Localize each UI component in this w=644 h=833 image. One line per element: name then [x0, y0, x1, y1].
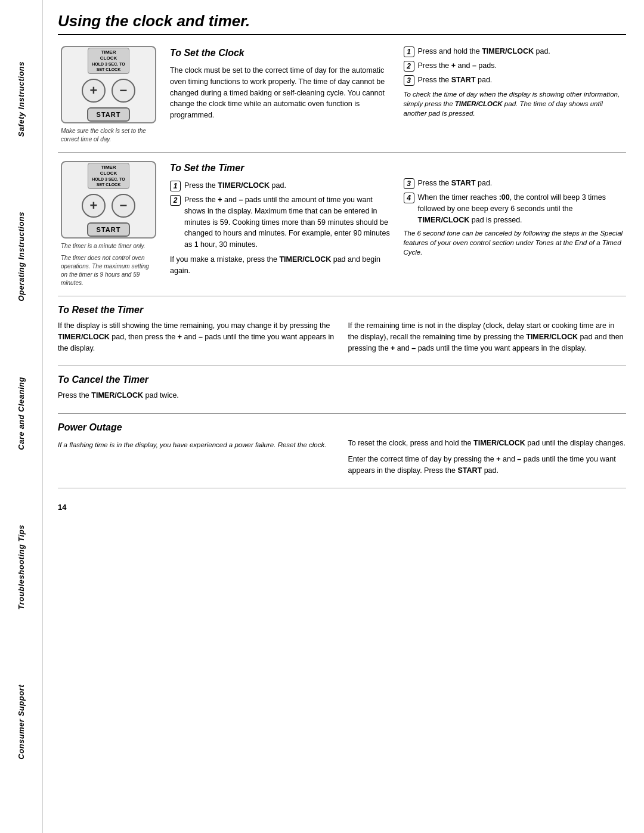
start-button-2[interactable]: START — [87, 222, 131, 237]
page-number: 14 — [58, 503, 626, 512]
section-reset-timer: To Reset the Timer If the display is sti… — [58, 305, 626, 366]
set-clock-content: TIMER CLOCK HOLD 3 SEC. TO SET CLOCK + −… — [58, 46, 626, 144]
set-timer-steps-right: 3 Press the START pad. 4 When the timer … — [404, 178, 627, 225]
cancel-timer-content: Press the TIMER/CLOCK pad twice. — [58, 390, 626, 405]
sidebar-label-care: Care and Cleaning — [17, 377, 26, 450]
start-button[interactable]: START — [87, 107, 131, 122]
timer-step-text-2: Press the + and – pads until the amount … — [184, 194, 393, 250]
set-clock-description: To Set the Clock The clock must be set t… — [170, 46, 393, 144]
section-set-timer: TIMER CLOCK HOLD 3 SEC. TO SET CLOCK + −… — [58, 161, 626, 296]
power-outage-left-text: If a flashing time is in the display, yo… — [58, 440, 336, 450]
hold-label-2: HOLD 3 SEC. TO — [92, 176, 125, 182]
minus-button-2[interactable]: − — [112, 194, 135, 218]
set-clock-body: The clock must be set to the correct tim… — [170, 65, 393, 121]
timer-clock-button-illustration-2: TIMER CLOCK HOLD 3 SEC. TO SET CLOCK — [88, 163, 129, 190]
plus-button-2[interactable]: + — [82, 194, 106, 218]
clock-label: CLOCK — [92, 55, 125, 61]
step-text-1: Press and hold the TIMER/CLOCK pad. — [418, 46, 550, 57]
timer-clock-button-illustration: TIMER CLOCK HOLD 3 SEC. TO SET CLOCK — [88, 48, 129, 75]
sidebar: Safety Instructions Operating Instructio… — [0, 0, 43, 833]
timer-caption-1: The timer is a minute timer only. — [61, 242, 156, 250]
timer-step-num-2: 2 — [170, 195, 181, 206]
plus-button[interactable]: + — [82, 79, 106, 103]
timer-mistake-note: If you make a mistake, press the TIMER/C… — [170, 254, 393, 277]
cancel-timer-body: Press the TIMER/CLOCK pad twice. — [58, 390, 626, 405]
power-outage-content: If a flashing time is in the display, yo… — [58, 438, 626, 479]
timer-panel-illustration: TIMER CLOCK HOLD 3 SEC. TO SET CLOCK + −… — [58, 161, 159, 287]
timer-step-num-3: 3 — [404, 178, 414, 189]
set-clock-title: To Set the Clock — [170, 46, 393, 60]
timer-caption-2: The timer does not control oven operatio… — [61, 254, 156, 287]
set-clock-label-2: SET CLOCK — [92, 182, 125, 187]
set-clock-step-1: 1 Press and hold the TIMER/CLOCK pad. — [404, 46, 627, 57]
timer-label-2: TIMER — [92, 165, 125, 171]
clock-label-2: CLOCK — [92, 171, 125, 176]
reset-timer-left-text: If the display is still showing the time… — [58, 320, 336, 354]
set-clock-label: SET CLOCK — [92, 67, 125, 72]
set-timer-step-4: 4 When the timer reaches :00, the contro… — [404, 192, 627, 225]
set-timer-step-3: 3 Press the START pad. — [404, 178, 627, 189]
plus-minus-buttons: + − — [82, 79, 135, 103]
sidebar-label-safety: Safety Instructions — [17, 61, 26, 137]
power-outage-left: If a flashing time is in the display, yo… — [58, 438, 336, 479]
set-timer-step-2: 2 Press the + and – pads until the amoun… — [170, 194, 393, 250]
minus-button[interactable]: − — [112, 79, 135, 103]
timer-panel-box: TIMER CLOCK HOLD 3 SEC. TO SET CLOCK + −… — [61, 161, 156, 239]
set-clock-steps: 1 Press and hold the TIMER/CLOCK pad. 2 … — [404, 46, 627, 144]
reset-timer-content: If the display is still showing the time… — [58, 320, 626, 357]
power-outage-right-text-1: To reset the clock, press and hold the T… — [348, 438, 627, 449]
reset-timer-left: If the display is still showing the time… — [58, 320, 336, 357]
sidebar-label-troubleshooting: Troubleshooting Tips — [17, 525, 26, 609]
set-timer-note: The 6 second tone can be canceled by fol… — [404, 228, 627, 257]
set-clock-step-3: 3 Press the START pad. — [404, 75, 627, 86]
sidebar-labels: Safety Instructions Operating Instructio… — [0, 0, 42, 821]
set-clock-note: To check the time of day when the displa… — [404, 89, 627, 118]
section-set-clock: TIMER CLOCK HOLD 3 SEC. TO SET CLOCK + −… — [58, 46, 626, 153]
set-timer-left: To Set the Timer 1 Press the TIMER/CLOCK… — [170, 161, 393, 287]
reset-timer-right-text: If the remaining time is not in the disp… — [348, 320, 627, 354]
page-title: Using the clock and timer. — [58, 12, 626, 35]
cancel-timer-title: To Cancel the Timer — [58, 374, 626, 385]
cancel-timer-text: Press the TIMER/CLOCK pad twice. — [58, 390, 626, 401]
step-num-2: 2 — [404, 61, 414, 72]
timer-step-num-1: 1 — [170, 181, 181, 191]
clock-panel-box: TIMER CLOCK HOLD 3 SEC. TO SET CLOCK + −… — [61, 46, 156, 123]
set-clock-steps-list: 1 Press and hold the TIMER/CLOCK pad. 2 … — [404, 46, 627, 86]
section-power-outage: Power Outage If a flashing time is in th… — [58, 422, 626, 488]
set-clock-step-2: 2 Press the + and – pads. — [404, 60, 627, 72]
reset-timer-title: To Reset the Timer — [58, 305, 626, 315]
reset-timer-right: If the remaining time is not in the disp… — [348, 320, 627, 357]
plus-minus-buttons-2: + − — [82, 194, 135, 218]
timer-step-text-3: Press the START pad. — [418, 178, 493, 189]
step-text-2: Press the + and – pads. — [418, 60, 497, 72]
set-timer-content: TIMER CLOCK HOLD 3 SEC. TO SET CLOCK + −… — [58, 161, 626, 287]
section-cancel-timer: To Cancel the Timer Press the TIMER/CLOC… — [58, 374, 626, 414]
timer-step-text-1: Press the TIMER/CLOCK pad. — [184, 180, 286, 191]
hold-label: HOLD 3 SEC. TO — [92, 61, 125, 67]
step-num-1: 1 — [404, 47, 414, 57]
set-timer-right: 3 Press the START pad. 4 When the timer … — [404, 161, 627, 287]
clock-panel-illustration: TIMER CLOCK HOLD 3 SEC. TO SET CLOCK + −… — [58, 46, 159, 144]
power-outage-title: Power Outage — [58, 422, 626, 433]
main-content: Using the clock and timer. TIMER CLOCK H… — [43, 0, 644, 833]
clock-panel-caption: Make sure the clock is set to the correc… — [61, 127, 156, 144]
sidebar-label-operating: Operating Instructions — [17, 212, 26, 301]
timer-step-text-4: When the timer reaches :00, the control … — [418, 192, 627, 225]
sidebar-label-consumer: Consumer Support — [17, 685, 26, 760]
set-timer-steps-left: 1 Press the TIMER/CLOCK pad. 2 Press the… — [170, 180, 393, 250]
timer-label: TIMER — [92, 49, 125, 55]
timer-step-num-4: 4 — [404, 193, 414, 203]
set-timer-step-1: 1 Press the TIMER/CLOCK pad. — [170, 180, 393, 191]
step-text-3: Press the START pad. — [418, 75, 493, 86]
power-outage-right: To reset the clock, press and hold the T… — [348, 438, 627, 479]
set-timer-title: To Set the Timer — [170, 161, 393, 175]
power-outage-right-text-2: Enter the correct time of day by pressin… — [348, 454, 627, 476]
step-num-3: 3 — [404, 75, 414, 86]
